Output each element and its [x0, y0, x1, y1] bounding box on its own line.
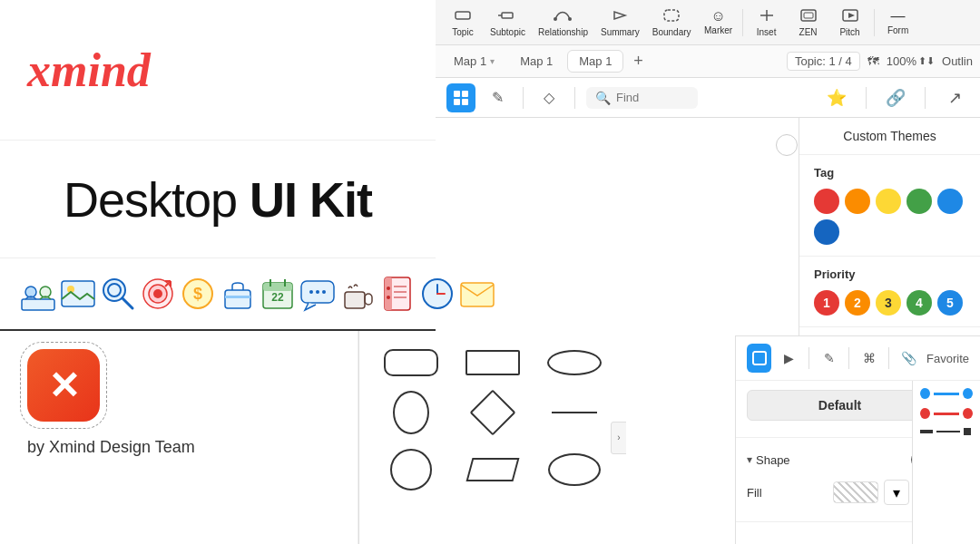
tag-color-yellow[interactable]	[876, 189, 901, 214]
icon-people	[18, 270, 58, 317]
panel-toggle-circle[interactable]	[776, 134, 798, 156]
tab-dropdown-icon: ▾	[490, 56, 495, 66]
style-btn-video[interactable]: ▶	[777, 344, 801, 373]
topic-count: Topic: 1 / 4	[787, 52, 860, 71]
toolbar-topic[interactable]: Topic	[443, 5, 483, 41]
priority-3[interactable]: 3	[876, 290, 901, 316]
pitch-icon	[841, 8, 859, 25]
priority-2[interactable]: 2	[845, 290, 870, 316]
tag-color-blue[interactable]	[937, 189, 963, 214]
style-sep-2	[848, 347, 849, 369]
logo-area: xmind	[0, 0, 436, 141]
priority-1[interactable]: 1	[814, 290, 839, 316]
shape-circle[interactable]	[390, 449, 432, 491]
tag-color-orange[interactable]	[845, 189, 870, 214]
toolbar-inset[interactable]: Inset	[747, 5, 787, 41]
style-btn-shape[interactable]	[747, 344, 771, 373]
style-btn-note[interactable]: ✎	[817, 344, 841, 373]
main-left-area: xmind Desktop UI Kit	[0, 0, 436, 544]
icon-toolbar-right: ⭐ 🔗 ↗	[822, 83, 969, 112]
icon-chat	[298, 270, 338, 317]
banner-text: Desktop UI Kit	[64, 171, 372, 228]
toolbar-summary[interactable]: Summary	[595, 5, 645, 41]
toolbar-marker[interactable]: ☺ Marker	[699, 5, 739, 39]
tag-color-red[interactable]	[814, 189, 839, 214]
search-input[interactable]	[616, 91, 689, 104]
connector-item-2[interactable]	[920, 408, 973, 419]
tag-color-dark-blue[interactable]	[814, 219, 839, 245]
topic-icon	[454, 8, 472, 25]
relationship-icon	[554, 8, 572, 25]
search-box: 🔍	[586, 87, 698, 109]
app-icon-wrapper: ✕	[27, 349, 100, 431]
connector-item-3[interactable]	[920, 428, 973, 435]
style-btn-attachment[interactable]: 📎	[897, 344, 921, 373]
banner-text-bold: UI Kit	[250, 172, 372, 227]
connector-line-2	[934, 413, 959, 415]
priority-label: Priority	[814, 267, 965, 281]
edit-icon-btn[interactable]: ✎	[483, 83, 512, 112]
style-btn-shortcut[interactable]: ⌘	[857, 344, 881, 373]
shape-rounded-rect[interactable]	[384, 349, 438, 376]
shape-oval-v[interactable]	[393, 391, 429, 434]
star-icon-btn[interactable]: ⭐	[822, 83, 851, 112]
toolbar-relationship[interactable]: Relationship	[533, 5, 593, 41]
layout-icon-btn[interactable]	[446, 83, 475, 112]
inset-icon	[758, 8, 776, 25]
fill-pattern-dropdown[interactable]: ▾	[884, 480, 909, 505]
svg-point-27	[153, 289, 162, 298]
tab-map3[interactable]: Map 1	[567, 50, 623, 73]
diamond-icon-btn[interactable]: ◇	[534, 83, 564, 112]
connector-item-1[interactable]	[920, 388, 973, 399]
toolbar-divider-2	[874, 9, 875, 36]
fill-pattern-preview	[833, 481, 878, 503]
shape-line[interactable]	[552, 412, 597, 413]
tab-add-button[interactable]: +	[627, 51, 649, 73]
connector-thick-right	[964, 428, 971, 435]
connector-dot-1b	[963, 388, 973, 399]
shape-diamond[interactable]	[476, 396, 509, 429]
tab-info: Topic: 1 / 4 🗺 100% ⬆⬇ Outlin	[787, 52, 973, 71]
svg-rect-5	[664, 10, 679, 21]
share-icon-btn[interactable]: ↗	[940, 83, 969, 112]
toolbar-form[interactable]: — Form	[878, 5, 918, 39]
tab-map2[interactable]: Map 1	[509, 51, 564, 72]
shape-oval-wide[interactable]	[548, 453, 601, 486]
tab-map1[interactable]: Map 1 ▾	[443, 51, 505, 72]
default-button[interactable]: Default	[747, 390, 933, 421]
svg-point-39	[316, 290, 319, 294]
zoom-level[interactable]: 100% ⬆⬇	[887, 54, 935, 68]
svg-rect-41	[345, 292, 365, 308]
priority-5[interactable]: 5	[937, 290, 963, 316]
svg-rect-13	[462, 91, 468, 97]
shape-panel-close[interactable]: ›	[611, 422, 626, 454]
toolbar-zen[interactable]: ZEN	[789, 5, 828, 41]
shape-select-toggle: ▾ Shape	[747, 453, 904, 467]
link-icon-btn[interactable]: 🔗	[881, 83, 910, 112]
svg-point-48	[387, 287, 390, 290]
toolbar-boundary[interactable]: Boundary	[647, 5, 697, 41]
shape-panel: ›	[358, 331, 626, 544]
priority-dots: 1 2 3 4 5	[814, 290, 965, 316]
shape-oval-h[interactable]	[547, 350, 602, 375]
svg-rect-1	[502, 13, 513, 18]
shape-rect[interactable]	[466, 350, 520, 375]
svg-rect-15	[462, 99, 468, 105]
toolbar-marker-label: Marker	[704, 25, 732, 35]
svg-rect-17	[22, 299, 54, 310]
svg-rect-42	[365, 294, 372, 305]
tag-color-green[interactable]	[906, 189, 932, 214]
toolbar-relationship-label: Relationship	[538, 27, 588, 37]
svg-rect-9	[804, 13, 813, 18]
toolbar-pitch[interactable]: Pitch	[830, 5, 870, 41]
icon-sep-1	[523, 87, 524, 109]
svg-point-18	[25, 287, 36, 297]
svg-rect-16	[753, 352, 766, 364]
svg-text:22: 22	[271, 291, 284, 304]
shape-panel-inner	[359, 331, 626, 509]
toolbar-subtopic[interactable]: Subtopic	[485, 5, 531, 41]
form-icon: —	[891, 9, 906, 24]
shape-parallelogram[interactable]	[469, 458, 516, 481]
priority-4[interactable]: 4	[906, 290, 932, 316]
svg-point-4	[568, 17, 572, 21]
